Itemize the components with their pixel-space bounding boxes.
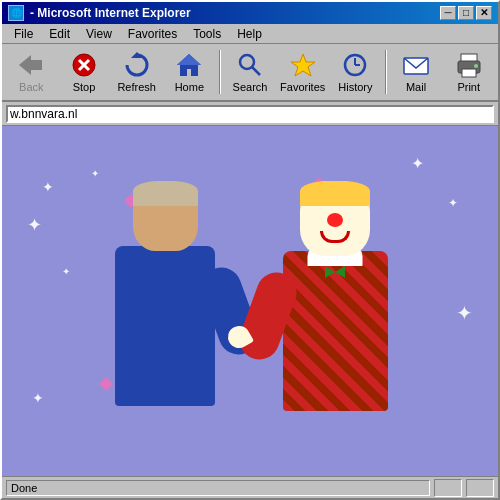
menu-tools[interactable]: Tools [185, 25, 229, 43]
browser-window: 🌐 - Microsoft Internet Explorer ─ □ ✕ Fi… [0, 0, 500, 500]
status-text: Done [6, 480, 430, 496]
print-label: Print [457, 81, 480, 93]
clown-bowtie [325, 266, 345, 278]
menu-view[interactable]: View [78, 25, 120, 43]
menu-bar: File Edit View Favorites Tools Help [2, 24, 498, 44]
favorites-icon [289, 51, 317, 79]
status-panel-small-2 [466, 479, 494, 497]
back-label: Back [19, 81, 43, 93]
print-icon [455, 51, 483, 79]
search-label: Search [233, 81, 268, 93]
print-button[interactable]: Print [443, 46, 494, 98]
man-figure [85, 181, 245, 441]
content-area: ✦ ✦ ✦ ✦ ✦ ✦ ✦ ✦ [2, 126, 498, 476]
home-label: Home [175, 81, 204, 93]
status-bar: Done [2, 476, 498, 498]
sparkle-6: ✦ [456, 301, 473, 325]
svg-point-8 [240, 55, 254, 69]
svg-point-18 [474, 64, 478, 68]
title-bar-controls: ─ □ ✕ [440, 6, 492, 20]
svg-marker-10 [291, 54, 315, 76]
clown-body [283, 251, 388, 411]
address-bar [2, 102, 498, 126]
svg-marker-7 [177, 54, 201, 65]
clown-mouth [320, 231, 350, 243]
clown-figure [255, 181, 415, 441]
close-button[interactable]: ✕ [476, 6, 492, 20]
title-bar-text: 🌐 - Microsoft Internet Explorer [8, 5, 191, 21]
sparkle-1: ✦ [42, 179, 54, 195]
window-title: - Microsoft Internet Explorer [30, 6, 191, 20]
refresh-label: Refresh [117, 81, 156, 93]
webpage: ✦ ✦ ✦ ✦ ✦ ✦ ✦ ✦ [2, 126, 498, 476]
stop-button[interactable]: Stop [59, 46, 110, 98]
svg-rect-1 [30, 60, 42, 70]
search-button[interactable]: Search [225, 46, 276, 98]
favorites-button[interactable]: Favorites [277, 46, 328, 98]
clown-hair [300, 181, 370, 206]
history-button[interactable]: History [330, 46, 381, 98]
history-icon [341, 51, 369, 79]
refresh-icon [123, 51, 151, 79]
menu-file[interactable]: File [6, 25, 41, 43]
sparkle-7: ✦ [32, 390, 44, 406]
search-icon [236, 51, 264, 79]
back-icon [17, 51, 45, 79]
sparkle-3: ✦ [27, 214, 42, 236]
menu-edit[interactable]: Edit [41, 25, 78, 43]
scene-background: ✦ ✦ ✦ ✦ ✦ ✦ ✦ ✦ [2, 126, 498, 476]
svg-line-9 [252, 67, 260, 75]
history-label: History [338, 81, 372, 93]
mail-icon [402, 51, 430, 79]
figures-container [60, 161, 440, 441]
toolbar-separator-2 [385, 50, 387, 94]
toolbar-separator-1 [219, 50, 221, 94]
menu-favorites[interactable]: Favorites [120, 25, 185, 43]
title-bar: 🌐 - Microsoft Internet Explorer ─ □ ✕ [2, 2, 498, 24]
mail-label: Mail [406, 81, 426, 93]
man-head [133, 181, 198, 251]
maximize-button[interactable]: □ [458, 6, 474, 20]
address-input[interactable] [6, 105, 494, 123]
browser-icon: 🌐 [8, 5, 24, 21]
stop-icon [70, 51, 98, 79]
man-body [115, 246, 215, 406]
stop-label: Stop [73, 81, 96, 93]
man-hair [133, 181, 198, 206]
refresh-button[interactable]: Refresh [111, 46, 162, 98]
back-button[interactable]: Back [6, 46, 57, 98]
status-panel-small-1 [434, 479, 462, 497]
home-button[interactable]: Home [164, 46, 215, 98]
minimize-button[interactable]: ─ [440, 6, 456, 20]
toolbar: Back Stop Refresh [2, 44, 498, 102]
sparkle-5: ✦ [448, 196, 458, 210]
clown-head [300, 181, 370, 256]
clown-nose [327, 213, 343, 227]
svg-rect-17 [462, 69, 476, 77]
home-icon [175, 51, 203, 79]
favorites-label: Favorites [280, 81, 325, 93]
menu-help[interactable]: Help [229, 25, 270, 43]
mail-button[interactable]: Mail [391, 46, 442, 98]
svg-marker-0 [19, 55, 31, 75]
